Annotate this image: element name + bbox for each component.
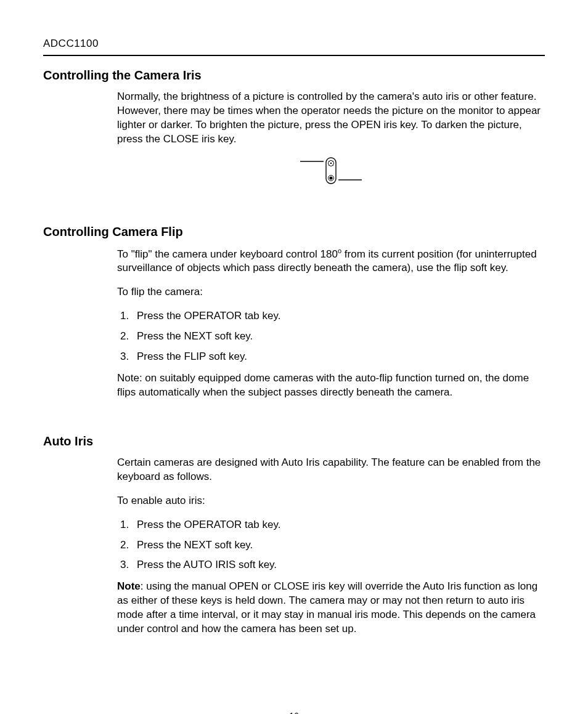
section-title-flip: Controlling Camera Flip: [43, 224, 545, 240]
page-number: 16: [43, 710, 545, 714]
text: To "flip" the camera under keyboard cont…: [117, 248, 338, 259]
note-paragraph: Note: on suitably equipped dome cameras …: [117, 371, 545, 400]
paragraph: Certain cameras are designed with Auto I…: [117, 456, 545, 484]
svg-point-10: [329, 176, 332, 179]
paragraph: To "flip" the camera under keyboard cont…: [117, 246, 545, 276]
iris-key-icon: [294, 156, 368, 185]
section-body-autoiris: Certain cameras are designed with Auto I…: [117, 456, 545, 636]
step-item: Press the NEXT soft key.: [132, 330, 545, 344]
step-item: Press the NEXT soft key.: [132, 538, 545, 553]
step-item: Press the OPERATOR tab key.: [132, 309, 545, 323]
step-item: Press the FLIP soft key.: [132, 350, 545, 364]
lead-in: To enable auto iris:: [117, 494, 545, 508]
note-body: : using the manual OPEN or CLOSE iris ke…: [117, 580, 537, 635]
section-body-flip: To "flip" the camera under keyboard cont…: [117, 246, 545, 400]
steps-list-autoiris: Press the OPERATOR tab key. Press the NE…: [117, 518, 545, 573]
step-item: Press the AUTO IRIS soft key.: [132, 558, 545, 572]
doc-header: ADCC1100: [43, 37, 545, 51]
steps-list-flip: Press the OPERATOR tab key. Press the NE…: [117, 309, 545, 364]
lead-in: To flip the camera:: [117, 285, 545, 299]
note-paragraph: Note: using the manual OPEN or CLOSE iri…: [117, 580, 545, 636]
section-title-iris: Controlling the Camera Iris: [43, 67, 545, 84]
paragraph: Normally, the brightness of a picture is…: [117, 90, 545, 147]
step-item: Press the OPERATOR tab key.: [132, 518, 545, 532]
svg-rect-2: [326, 158, 336, 184]
iris-key-figure: [117, 156, 545, 189]
note-label: Note: [117, 580, 141, 592]
section-body-iris: Normally, the brightness of a picture is…: [117, 90, 545, 189]
section-title-autoiris: Auto Iris: [43, 433, 545, 450]
header-rule: [43, 55, 545, 56]
svg-point-4: [330, 162, 332, 164]
